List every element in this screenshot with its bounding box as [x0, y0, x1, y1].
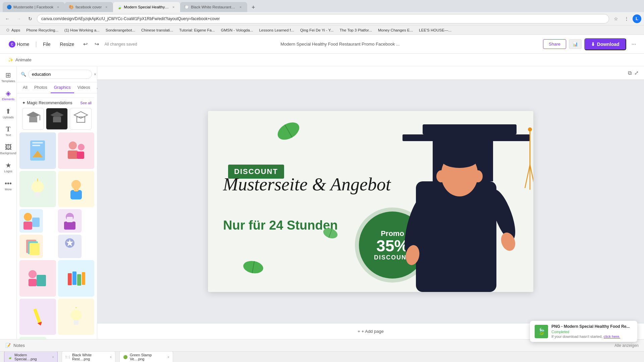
- bookmark-2[interactable]: (1) How Working a...: [62, 27, 102, 33]
- resize-button[interactable]: Resize: [57, 40, 78, 49]
- back-button[interactable]: ←: [3, 14, 12, 23]
- tab-4[interactable]: 🍽️ Black White Restaurant Typo... ×: [180, 2, 247, 12]
- search-clear-button[interactable]: ×: [94, 72, 96, 77]
- bookmark-icon[interactable]: ☆: [611, 14, 621, 23]
- magic-title: ✦ Magic Recommendations: [22, 101, 72, 105]
- file-tab-3-close[interactable]: ×: [167, 355, 169, 359]
- svg-rect-22: [74, 187, 78, 191]
- bookmark-1[interactable]: Phone Recycling...: [23, 27, 61, 33]
- file-tab-2-label: Black White Rest....png: [72, 353, 108, 361]
- copy-icon[interactable]: ⧉: [628, 70, 632, 76]
- bookmark-10[interactable]: Money Changes E...: [375, 27, 416, 33]
- tab-3-close[interactable]: ×: [171, 4, 176, 10]
- file-tab-1-close[interactable]: ×: [52, 355, 54, 359]
- file-tab-2[interactable]: 🍽️ Black White Rest....png ×: [62, 351, 115, 362]
- result-item-7[interactable]: [19, 235, 43, 258]
- address-bar[interactable]: canva.com/design/DAEyzqkApKc/U_jCWYCc-Co…: [37, 14, 609, 23]
- more-icon: •••: [5, 180, 12, 187]
- result-item-2[interactable]: [58, 132, 95, 169]
- svg-rect-39: [77, 274, 81, 286]
- bookmark-2-label: (1) How Working a...: [64, 28, 100, 32]
- file-tab-1[interactable]: 🍃 Modern Special....png ×: [4, 351, 58, 362]
- see-all-link[interactable]: See all: [80, 101, 92, 105]
- search-tabs: All Photos Graphics Videos Audio: [17, 82, 97, 94]
- result-item-10[interactable]: [58, 260, 95, 297]
- expand-icon[interactable]: ⤢: [634, 70, 639, 76]
- sidebar-item-more[interactable]: ••• More: [1, 177, 16, 194]
- result-item-12[interactable]: [58, 299, 95, 335]
- forward-button[interactable]: →: [14, 14, 23, 23]
- toast-status-row: Completed: [551, 330, 633, 334]
- result-item-4[interactable]: [58, 171, 95, 207]
- toast-click-link[interactable]: click here.: [604, 335, 621, 339]
- download-button[interactable]: ⬇ Download: [584, 38, 626, 50]
- design-canvas[interactable]: DISCOUNT Musterseite & Angebot Nur für 2…: [208, 111, 533, 292]
- file-button[interactable]: File: [40, 40, 54, 49]
- sidebar-item-text[interactable]: T Text: [1, 123, 16, 140]
- tab-2-close[interactable]: ×: [104, 4, 109, 10]
- profile-icon[interactable]: L: [633, 14, 641, 23]
- canvas-container[interactable]: DISCOUNT Musterseite & Angebot Nur für 2…: [97, 80, 644, 323]
- reload-button[interactable]: ↻: [25, 14, 35, 23]
- sidebar-item-background[interactable]: 🖼 Background: [1, 141, 16, 158]
- svg-rect-28: [67, 217, 73, 222]
- tab-photos[interactable]: Photos: [31, 82, 51, 93]
- sidebar-item-uploads[interactable]: ⬆ Uploads: [1, 105, 16, 122]
- tab-2[interactable]: 🎨 facebook cover ×: [65, 2, 113, 12]
- result-item-11[interactable]: [19, 299, 56, 335]
- bookmark-9[interactable]: The Top 3 Platfor...: [337, 27, 375, 33]
- settings-icon[interactable]: ⋮: [622, 14, 631, 23]
- tab-videos[interactable]: Videos: [74, 82, 94, 93]
- tab-3[interactable]: 🍃 Modern Special Healthy Food... ×: [113, 2, 180, 12]
- tab-graphics[interactable]: Graphics: [51, 82, 74, 93]
- new-tab-button[interactable]: +: [249, 3, 258, 12]
- undo-button[interactable]: ↩: [80, 39, 90, 49]
- sidebar-item-templates[interactable]: ⊞ Templates: [1, 69, 16, 86]
- add-page-button[interactable]: + + Add page: [354, 327, 388, 336]
- svg-rect-24: [23, 222, 32, 230]
- redo-button[interactable]: ↪: [92, 39, 102, 49]
- child-student-icon: [26, 268, 49, 288]
- tab-4-close[interactable]: ×: [238, 4, 243, 10]
- result-item-6[interactable]: [58, 209, 82, 233]
- result-item-8[interactable]: [58, 235, 82, 258]
- magic-item-3[interactable]: [70, 108, 92, 130]
- tab-1-close[interactable]: ×: [55, 4, 61, 10]
- magic-item-1[interactable]: [22, 108, 44, 130]
- bookmark-7[interactable]: Lessons Learned f...: [256, 27, 297, 33]
- canvas-area: ⧉ ⤢ DISCOUNT: [97, 66, 644, 339]
- more-button[interactable]: ···: [629, 39, 639, 49]
- bookmark-8[interactable]: Qing Fei De Yi - Y...: [298, 27, 336, 33]
- file-tab-1-label: Modern Special....png: [14, 353, 50, 361]
- magic-item-2[interactable]: [46, 108, 68, 130]
- templates-icon: ⊞: [5, 72, 11, 78]
- result-item-1[interactable]: [19, 132, 56, 169]
- file-tab-2-icon: 🍽️: [65, 355, 70, 359]
- bookmark-apps[interactable]: ⬡ Apps: [3, 27, 23, 33]
- file-tab-2-close[interactable]: ×: [110, 355, 112, 359]
- bookmark-11[interactable]: LEE'S HOUSE—...: [416, 27, 454, 33]
- share-button[interactable]: Share: [543, 39, 566, 49]
- bookmark-3[interactable]: Sonderangebot...: [103, 27, 138, 33]
- bookmark-5[interactable]: Tutorial: Eigene Fa...: [176, 27, 217, 33]
- result-item-13[interactable]: A B C: [19, 337, 46, 339]
- tab-all[interactable]: All: [19, 82, 31, 93]
- sidebar-item-elements[interactable]: ◈ Elements: [1, 87, 16, 104]
- file-tab-3-icon: 🟢: [123, 355, 128, 359]
- notes-label[interactable]: Notes: [13, 343, 25, 348]
- canva-logo-icon: C: [9, 41, 15, 48]
- result-item-5[interactable]: [19, 209, 43, 233]
- result-item-3[interactable]: [19, 171, 56, 207]
- search-input[interactable]: [28, 70, 92, 79]
- file-tab-3[interactable]: 🟢 Green Stamp Ve....png ×: [119, 351, 173, 362]
- home-button[interactable]: C Home: [5, 39, 33, 50]
- sidebar-item-logos[interactable]: ★ Logos: [1, 159, 16, 176]
- bookmark-6[interactable]: GMSN - Vologda...: [218, 27, 256, 33]
- svg-line-90: [530, 165, 533, 188]
- result-item-9[interactable]: [19, 260, 56, 297]
- analytics-button[interactable]: 📊: [569, 39, 582, 49]
- stars-education-icon: [58, 236, 82, 256]
- bookmark-4[interactable]: Chinese translati...: [139, 27, 176, 33]
- animate-button[interactable]: ✨ Animate: [4, 55, 36, 64]
- tab-1[interactable]: 🔵 Musterseite | Facebook ×: [3, 2, 65, 12]
